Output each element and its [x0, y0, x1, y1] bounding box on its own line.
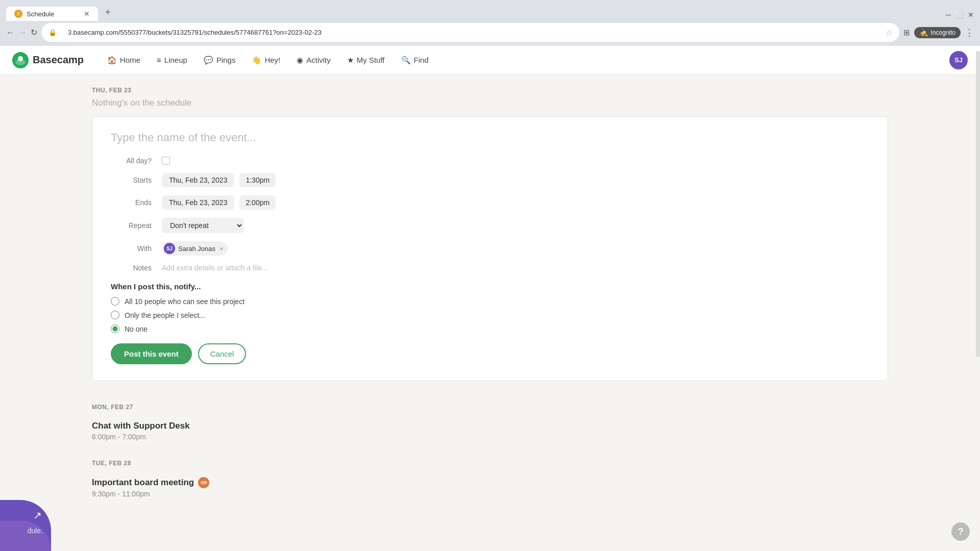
bookmark-icon[interactable]: ☆: [886, 28, 892, 37]
nav-home[interactable]: 🏠 Home: [100, 52, 148, 69]
scrollbar[interactable]: [976, 51, 980, 357]
notify-label-none: No one: [125, 325, 148, 333]
nav-find-label: Find: [414, 56, 429, 64]
event-name-input[interactable]: [111, 131, 869, 144]
app-header: Basecamp 🏠 Home ≡ Lineup 💬 Pings 👋 Hey! …: [0, 46, 980, 74]
starts-label: Starts: [111, 176, 152, 184]
ends-label: Ends: [111, 198, 152, 207]
event-board-meeting-avatar: SR: [198, 477, 209, 488]
lineup-icon: ≡: [157, 56, 161, 64]
new-tab-button[interactable]: +: [105, 7, 111, 18]
svg-point-2: [18, 56, 23, 61]
notify-radio-none[interactable]: [111, 324, 119, 333]
repeat-label: Repeat: [111, 221, 152, 230]
expand-icon: ↗: [33, 509, 42, 521]
ends-row: Ends Thu, Feb 23, 2023 2:00pm: [111, 195, 869, 210]
close-window-button[interactable]: ✕: [968, 11, 974, 19]
with-person-avatar: SJ: [164, 243, 175, 254]
ends-date-button[interactable]: Thu, Feb 23, 2023: [162, 195, 234, 210]
date-tue: TUE, FEB 28: [92, 447, 888, 471]
nav-hey[interactable]: 👋 Hey!: [244, 52, 287, 69]
basecamp-logo-icon: [12, 52, 29, 68]
user-avatar[interactable]: SJ: [949, 51, 968, 69]
nav-activity-label: Activity: [306, 56, 331, 64]
starts-date-button[interactable]: Thu, Feb 23, 2023: [162, 173, 234, 187]
nav-my-stuff[interactable]: ★ My Stuff: [340, 52, 392, 69]
activity-icon: ◉: [297, 56, 303, 65]
allday-label: All day?: [111, 157, 152, 165]
notes-input[interactable]: [162, 264, 869, 272]
nav-my-stuff-label: My Stuff: [357, 56, 385, 64]
my-stuff-icon: ★: [347, 56, 354, 65]
notify-option-none[interactable]: No one: [111, 324, 869, 333]
home-icon: 🏠: [107, 56, 117, 65]
tab-close-button[interactable]: ✕: [84, 10, 90, 18]
notify-option-all[interactable]: All 10 people who can see this project: [111, 297, 869, 306]
extensions-button[interactable]: ⊞: [903, 28, 910, 37]
nav-home-label: Home: [120, 56, 140, 64]
ends-time-button[interactable]: 2:00pm: [239, 195, 276, 210]
repeat-select[interactable]: Don't repeat Every day Every week Every …: [162, 218, 243, 233]
tab-title: Schedule: [27, 10, 54, 18]
nav-hey-label: Hey!: [264, 56, 280, 64]
notes-row: Notes: [111, 264, 869, 272]
notify-options: All 10 people who can see this project O…: [111, 297, 869, 333]
remove-person-button[interactable]: ×: [219, 245, 224, 253]
notify-radio-all[interactable]: [111, 297, 119, 306]
minimize-button[interactable]: ─: [946, 11, 951, 19]
event-board-meeting[interactable]: Important board meeting SR 9:30pm - 11:0…: [92, 471, 888, 505]
empty-schedule-message: Nothing's on the schedule: [92, 98, 888, 108]
app-navigation: 🏠 Home ≡ Lineup 💬 Pings 👋 Hey! ◉ Activit…: [100, 52, 949, 69]
notify-section: When I post this, notify... All 10 peopl…: [111, 282, 869, 364]
cancel-button[interactable]: Cancel: [198, 343, 247, 364]
with-person-name: Sarah Jonas: [178, 245, 215, 253]
event-chat-support-title: Chat with Support Desk: [92, 421, 888, 431]
pings-icon: 💬: [204, 56, 213, 65]
with-label: With: [111, 244, 152, 253]
nav-pings-label: Pings: [216, 56, 236, 64]
with-person-tag: SJ Sarah Jonas ×: [162, 241, 228, 256]
event-board-meeting-title: Important board meeting SR: [92, 477, 888, 488]
refresh-button[interactable]: ↻: [31, 24, 37, 40]
with-row: With SJ Sarah Jonas ×: [111, 241, 869, 256]
forward-button[interactable]: →: [18, 25, 27, 40]
app-name: Basecamp: [33, 54, 84, 66]
notify-radio-select[interactable]: [111, 311, 119, 319]
tab-favicon: S: [14, 10, 22, 18]
allday-row: All day?: [111, 157, 869, 165]
post-event-button[interactable]: Post this event: [111, 343, 192, 364]
starts-row: Starts Thu, Feb 23, 2023 1:30pm: [111, 173, 869, 187]
starts-time-button[interactable]: 1:30pm: [239, 173, 276, 187]
notify-label-select: Only the people I select...: [125, 311, 205, 319]
page-content: THU, FEB 23 Nothing's on the schedule Al…: [0, 74, 980, 534]
schedule-widget-text: dule.: [28, 527, 43, 534]
date-thu: THU, FEB 23: [92, 74, 888, 98]
nav-find[interactable]: 🔍 Find: [394, 52, 436, 69]
find-icon: 🔍: [401, 56, 411, 65]
repeat-row: Repeat Don't repeat Every day Every week…: [111, 218, 869, 233]
notes-label: Notes: [111, 264, 152, 272]
event-chat-support[interactable]: Chat with Support Desk 6:00pm - 7:00pm: [92, 415, 888, 447]
hey-icon: 👋: [252, 56, 261, 65]
event-board-meeting-time: 9:30pm - 11:00pm: [92, 490, 888, 498]
notify-option-select[interactable]: Only the people I select...: [111, 311, 869, 319]
nav-activity[interactable]: ◉ Activity: [289, 52, 338, 69]
nav-pings[interactable]: 💬 Pings: [197, 52, 243, 69]
incognito-badge: 🕵 Incognito: [914, 27, 961, 38]
event-chat-support-time: 6:00pm - 7:00pm: [92, 433, 888, 441]
maximize-button[interactable]: ⬜: [955, 11, 964, 19]
notify-label-all: All 10 people who can see this project: [125, 297, 244, 306]
address-bar[interactable]: [61, 26, 881, 39]
event-form-card: All day? Starts Thu, Feb 23, 2023 1:30pm…: [92, 116, 888, 381]
date-mon: MON, FEB 27: [92, 391, 888, 415]
more-options-button[interactable]: ⋮: [965, 27, 974, 38]
nav-lineup[interactable]: ≡ Lineup: [150, 52, 194, 68]
back-button[interactable]: ←: [6, 25, 14, 40]
allday-checkbox[interactable]: [162, 157, 170, 165]
notify-title: When I post this, notify...: [111, 282, 869, 291]
form-actions: Post this event Cancel: [111, 343, 869, 364]
active-tab[interactable]: S Schedule ✕: [6, 7, 98, 21]
nav-lineup-label: Lineup: [164, 56, 187, 64]
lock-icon: 🔒: [48, 29, 57, 36]
app-logo[interactable]: Basecamp: [12, 52, 84, 68]
